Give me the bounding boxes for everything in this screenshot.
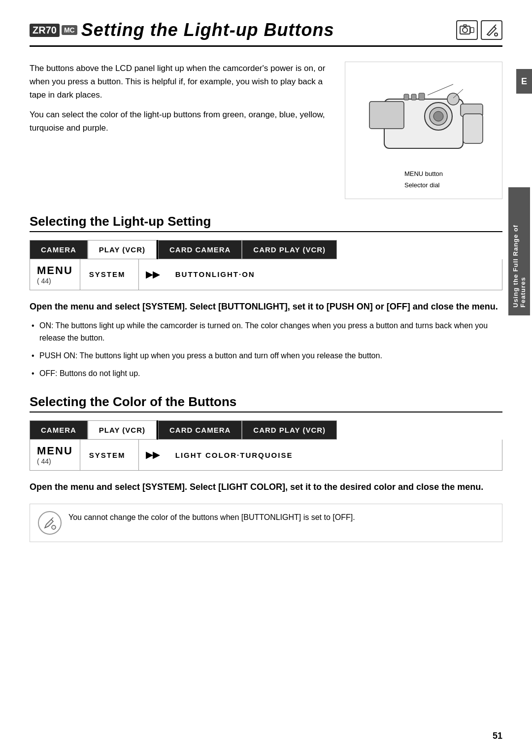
note-box: You cannot change the color of the butto… [30, 504, 502, 542]
model-badge: ZR70 MC [30, 24, 77, 37]
intro-paragraph2: You can select the color of the light-up… [30, 108, 330, 135]
tab-card-play-vcr-1[interactable]: CARD PLAY (VCR) [242, 240, 337, 259]
bullet-push-on: PUSH ON: The buttons light up when you p… [30, 349, 502, 362]
menu-word-2: MENU [37, 445, 73, 457]
camera-labels: MENU button Selector dial [404, 168, 443, 191]
svg-point-19 [52, 525, 56, 529]
menu-arrow-2: ▶▶ [139, 440, 166, 470]
model-zr70: ZR70 [30, 24, 60, 37]
camera-svg [355, 69, 493, 168]
svg-point-10 [433, 111, 443, 121]
bullet-on: ON: The buttons light up while the camco… [30, 319, 502, 344]
note-icon [38, 511, 62, 535]
menu-label-1: MENU ( 44) [30, 259, 80, 290]
svg-line-17 [428, 84, 453, 95]
camera-diagram: MENU button Selector dial [345, 62, 502, 199]
tab-card-camera-2[interactable]: CARD CAMERA [158, 420, 242, 440]
tab-card-camera-1[interactable]: CARD CAMERA [158, 240, 242, 259]
section1-menu-row: MENU ( 44) SYSTEM ▶▶ BUTTONLIGHT·ON [30, 259, 502, 290]
section2-tabs: CAMERA PLAY (VCR) CARD CAMERA CARD PLAY … [30, 420, 502, 440]
tab-camera-1[interactable]: CAMERA [30, 240, 88, 259]
page: E Using the Full Range of Features ZR70 … [0, 0, 532, 756]
menu-value-1: BUTTONLIGHT·ON [166, 259, 502, 290]
svg-line-5 [494, 25, 496, 27]
section2-menu-row: MENU ( 44) SYSTEM ▶▶ LIGHT COLOR·TURQUOI… [30, 440, 502, 471]
tab-e: E [516, 69, 532, 94]
bullet-off: OFF: Buttons do not light up. [30, 367, 502, 380]
menu-value-2: LIGHT COLOR·TURQUOISE [166, 440, 502, 470]
section1-bullets: ON: The buttons light up while the camco… [30, 319, 502, 379]
svg-rect-13 [411, 94, 416, 100]
svg-rect-7 [369, 102, 404, 129]
page-number: 51 [493, 731, 502, 741]
paint-icon [481, 20, 502, 40]
menu-word-1: MENU [37, 264, 73, 277]
menu-arrow-1: ▶▶ [139, 259, 166, 290]
model-mc: MC [62, 25, 77, 35]
intro-section: The buttons above the LCD panel light up… [30, 62, 502, 199]
sidebar-label: Using the Full Range of Features [512, 195, 527, 308]
menu-system-1: SYSTEM [80, 259, 139, 290]
tab-play-vcr-2[interactable]: PLAY (VCR) [88, 420, 157, 440]
svg-rect-16 [463, 114, 483, 143]
section1-tabs: CAMERA PLAY (VCR) CARD CAMERA CARD PLAY … [30, 240, 502, 259]
section2-instruction: Open the menu and select [SYSTEM]. Selec… [30, 481, 502, 494]
header-icons [456, 20, 502, 40]
section1-instruction: Open the menu and select [SYSTEM]. Selec… [30, 300, 502, 313]
intro-paragraph1: The buttons above the LCD panel light up… [30, 62, 330, 102]
svg-line-20 [51, 517, 53, 519]
note-text: You cannot change the color of the butto… [68, 511, 355, 524]
svg-rect-3 [470, 28, 474, 33]
menu-button-label: MENU button [404, 168, 443, 179]
menu-ref-1: ( 44) [37, 277, 51, 285]
page-header: ZR70 MC Setting the Light-up Buttons [30, 20, 502, 47]
menu-label-2: MENU ( 44) [30, 440, 80, 470]
section2-heading: Selecting the Color of the Buttons [30, 394, 502, 412]
page-title: Setting the Light-up Buttons [81, 20, 334, 40]
svg-point-15 [447, 93, 459, 105]
svg-rect-14 [419, 93, 425, 100]
svg-point-4 [495, 33, 498, 36]
svg-point-1 [463, 28, 467, 33]
menu-ref-2: ( 44) [37, 457, 51, 465]
sidebar-text: Using the Full Range of Features [508, 187, 530, 315]
tab-camera-2[interactable]: CAMERA [30, 420, 88, 440]
svg-rect-12 [404, 94, 409, 100]
selector-dial-label: Selector dial [404, 179, 443, 191]
section1-heading: Selecting the Light-up Setting [30, 214, 502, 232]
intro-text: The buttons above the LCD panel light up… [30, 62, 330, 199]
tab-play-vcr-1[interactable]: PLAY (VCR) [88, 240, 157, 259]
camera-icon [456, 20, 478, 40]
tab-e-label: E [521, 76, 527, 87]
menu-system-2: SYSTEM [80, 440, 139, 470]
tab-card-play-vcr-2[interactable]: CARD PLAY (VCR) [242, 420, 337, 440]
